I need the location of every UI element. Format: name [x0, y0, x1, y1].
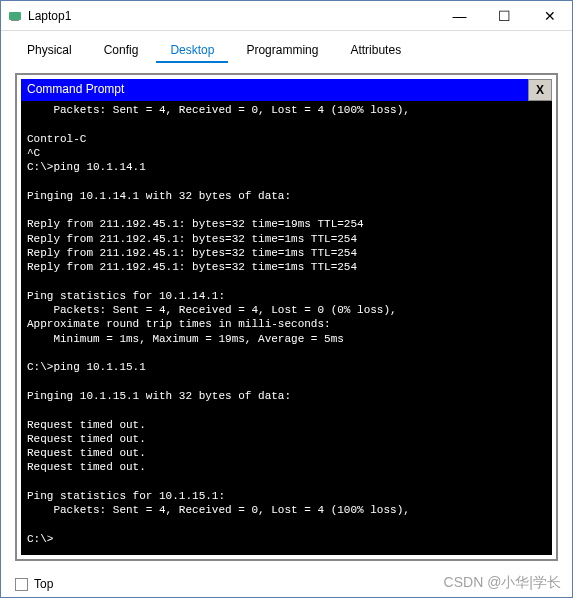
svg-rect-1 [11, 20, 19, 21]
svg-rect-0 [9, 12, 21, 20]
tab-config[interactable]: Config [90, 39, 153, 63]
tab-programming[interactable]: Programming [232, 39, 332, 63]
window-controls: — ☐ ✕ [437, 1, 572, 30]
bottom-bar: Top [1, 571, 572, 597]
maximize-button[interactable]: ☐ [482, 1, 527, 30]
tab-attributes[interactable]: Attributes [336, 39, 415, 63]
window-title: Laptop1 [28, 9, 437, 23]
top-checkbox[interactable] [15, 578, 28, 591]
tab-desktop[interactable]: Desktop [156, 39, 228, 63]
command-prompt-panel: Command Prompt X Packets: Sent = 4, Rece… [15, 73, 558, 561]
titlebar[interactable]: Laptop1 — ☐ ✕ [1, 1, 572, 31]
close-button[interactable]: ✕ [527, 1, 572, 30]
tab-physical[interactable]: Physical [13, 39, 86, 63]
tab-bar: Physical Config Desktop Programming Attr… [1, 31, 572, 63]
app-window: Laptop1 — ☐ ✕ Physical Config Desktop Pr… [0, 0, 573, 598]
minimize-button[interactable]: — [437, 1, 482, 30]
command-prompt-header: Command Prompt X [21, 79, 552, 101]
command-prompt-title: Command Prompt [21, 79, 528, 101]
app-icon [7, 8, 23, 24]
terminal-output[interactable]: Packets: Sent = 4, Received = 0, Lost = … [21, 101, 552, 555]
top-label: Top [34, 577, 53, 591]
command-prompt-close-button[interactable]: X [528, 79, 552, 101]
content-area: Command Prompt X Packets: Sent = 4, Rece… [1, 63, 572, 571]
